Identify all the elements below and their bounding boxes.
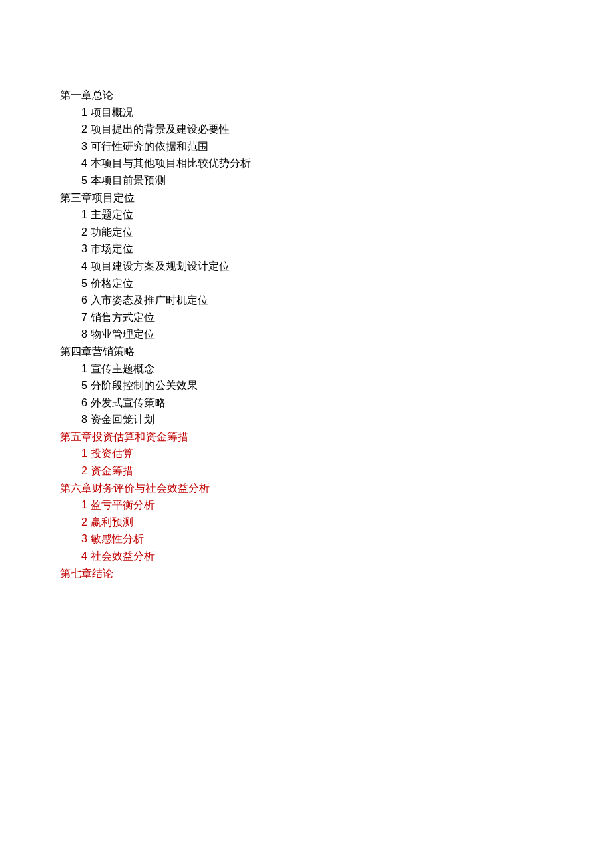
toc-item-text: 盈亏平衡分析: [91, 499, 155, 510]
toc-item-number: 3: [81, 533, 88, 544]
toc-item-number: 1: [81, 448, 88, 459]
toc-item-number: 2: [81, 123, 88, 135]
toc-item-text: 资金筹措: [91, 465, 133, 476]
toc-item-text: 价格定位: [91, 278, 133, 289]
toc-item: 4 本项目与其他项目相比较优势分析: [60, 155, 554, 172]
document-page: 第一章总论1 项目概况2 项目提出的背景及建设必要性3 可行性研究的依据和范围4…: [0, 0, 614, 582]
toc-item-number: 5: [81, 380, 88, 391]
toc-item-number: 4: [81, 550, 88, 562]
toc-item-text: 投资估算: [91, 448, 133, 459]
toc-item-number: 6: [81, 397, 88, 408]
toc-item-text: 市场定位: [91, 243, 133, 254]
toc-item: 2 赢利预测: [60, 514, 554, 531]
toc-item-number: 1: [81, 209, 88, 220]
toc-item: 4 项目建设方案及规划设计定位: [60, 258, 554, 275]
toc-item: 4 社会效益分析: [60, 548, 554, 565]
toc-item-text: 宣传主题概念: [91, 363, 155, 374]
toc-item: 2 功能定位: [60, 224, 554, 241]
toc-item-text: 敏感性分析: [91, 533, 144, 544]
toc-item: 3 市场定位: [60, 240, 554, 258]
toc-item-number: 8: [81, 414, 88, 425]
toc-item: 8 物业管理定位: [60, 326, 554, 343]
chapter: 第三章项目定位1 主题定位2 功能定位3 市场定位4 项目建设方案及规划设计定位…: [60, 189, 554, 343]
toc-item-text: 主题定位: [91, 209, 133, 220]
toc-item-number: 6: [81, 294, 88, 306]
toc-item-text: 赢利预测: [91, 516, 133, 528]
toc-item: 6 外发式宣传策略: [60, 394, 554, 412]
chapter-title: 第七章结论: [60, 565, 554, 582]
toc-item: 5 价格定位: [60, 275, 554, 292]
toc-item: 1 主题定位: [60, 206, 554, 224]
toc-item-text: 本项目与其他项目相比较优势分析: [91, 157, 251, 169]
toc-item-text: 分阶段控制的公关效果: [91, 380, 198, 391]
toc-item-text: 物业管理定位: [91, 328, 155, 340]
toc-item-number: 5: [81, 175, 88, 186]
toc-item: 1 盈亏平衡分析: [60, 496, 554, 514]
chapter: 第四章营销策略1 宣传主题概念5 分阶段控制的公关效果6 外发式宣传策略8 资金…: [60, 343, 554, 428]
toc-item: 5 分阶段控制的公关效果: [60, 377, 554, 394]
toc-item: 3 可行性研究的依据和范围: [60, 138, 554, 155]
toc-item-text: 本项目前景预测: [91, 175, 166, 186]
toc-item-text: 项目提出的背景及建设必要性: [91, 123, 230, 135]
toc-item: 5 本项目前景预测: [60, 172, 554, 189]
chapter: 第六章财务评价与社会效益分析1 盈亏平衡分析2 赢利预测3 敏感性分析4 社会效…: [60, 480, 554, 565]
toc-item-number: 3: [81, 243, 88, 254]
chapter-title: 第一章总论: [60, 87, 554, 104]
toc-item-text: 项目概况: [91, 107, 133, 118]
toc-item-number: 1: [81, 107, 88, 118]
toc-item-text: 功能定位: [91, 226, 133, 238]
toc-item: 6 入市姿态及推广时机定位: [60, 292, 554, 309]
toc-item: 2 资金筹措: [60, 462, 554, 480]
toc-item-number: 3: [81, 141, 88, 152]
toc-item-text: 社会效益分析: [91, 550, 155, 562]
toc-item-text: 销售方式定位: [91, 312, 155, 323]
toc-item-text: 入市姿态及推广时机定位: [91, 294, 208, 306]
chapter-title: 第六章财务评价与社会效益分析: [60, 480, 554, 497]
toc-item-number: 2: [81, 465, 88, 476]
toc-item: 7 销售方式定位: [60, 309, 554, 326]
table-of-contents: 第一章总论1 项目概况2 项目提出的背景及建设必要性3 可行性研究的依据和范围4…: [60, 87, 554, 582]
chapter-title: 第四章营销策略: [60, 343, 554, 360]
chapter-title: 第三章项目定位: [60, 189, 554, 207]
chapter-title: 第五章投资估算和资金筹措: [60, 428, 554, 446]
toc-item-text: 外发式宣传策略: [91, 397, 166, 408]
toc-item-text: 项目建设方案及规划设计定位: [91, 260, 230, 272]
toc-item-number: 4: [81, 260, 88, 272]
chapter: 第一章总论1 项目概况2 项目提出的背景及建设必要性3 可行性研究的依据和范围4…: [60, 87, 554, 189]
toc-item: 2 项目提出的背景及建设必要性: [60, 121, 554, 138]
toc-item: 1 宣传主题概念: [60, 360, 554, 378]
toc-item-text: 资金回笼计划: [91, 414, 155, 425]
toc-item-number: 1: [81, 499, 88, 510]
toc-item-number: 1: [81, 363, 88, 374]
toc-item-number: 5: [81, 278, 88, 289]
toc-item-number: 2: [81, 226, 88, 238]
chapter: 第七章结论: [60, 565, 554, 582]
toc-item: 1 项目概况: [60, 104, 554, 121]
toc-item: 3 敏感性分析: [60, 530, 554, 548]
toc-item-number: 7: [81, 312, 88, 323]
toc-item-text: 可行性研究的依据和范围: [91, 141, 208, 152]
toc-item-number: 4: [81, 157, 88, 169]
toc-item-number: 8: [81, 328, 88, 340]
toc-item: 8 资金回笼计划: [60, 411, 554, 428]
chapter: 第五章投资估算和资金筹措1 投资估算2 资金筹措: [60, 428, 554, 480]
toc-item-number: 2: [81, 516, 88, 528]
toc-item: 1 投资估算: [60, 445, 554, 462]
